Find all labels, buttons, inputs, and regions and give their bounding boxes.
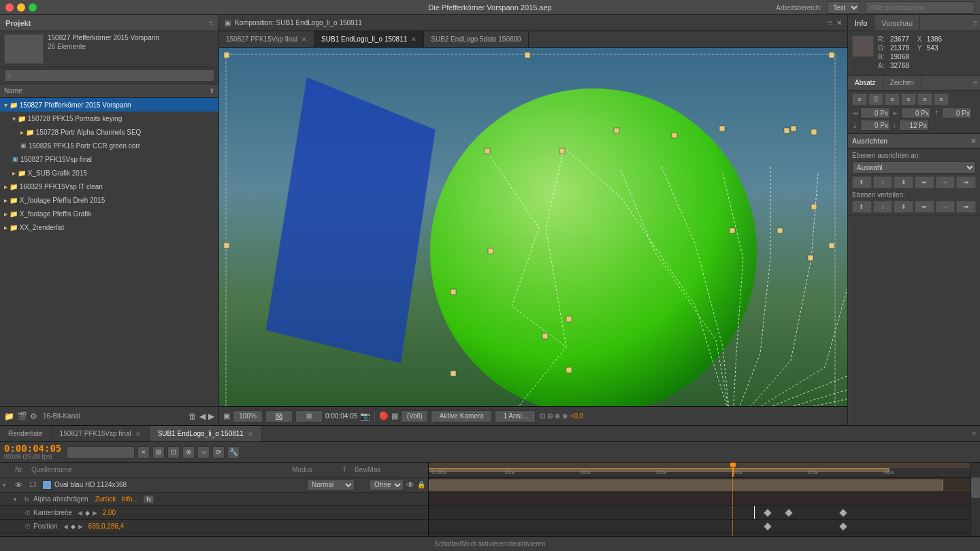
tree-item-it[interactable]: ▸ 📁 160329 PFK15Vsp IT clean bbox=[0, 180, 218, 193]
viewer-camera-icon[interactable]: 📷 bbox=[360, 412, 370, 421]
tab-absatz[interactable]: Absatz bbox=[848, 76, 883, 90]
tl-btn-6[interactable]: ⟳ bbox=[212, 446, 225, 458]
bottom-space-field[interactable] bbox=[860, 120, 890, 131]
align-bottom-btn[interactable]: ⬇ bbox=[894, 176, 913, 188]
align-right2-btn[interactable]: ➡ bbox=[956, 176, 976, 188]
tl-btn-1[interactable]: ≈ bbox=[137, 446, 150, 458]
timeline-track-area[interactable]: 0:00s 01s 02s 03s 04s 05s 06s bbox=[429, 463, 970, 536]
prop-nav-left[interactable]: ◀ bbox=[78, 510, 82, 516]
ausrichten-close[interactable]: ✕ bbox=[970, 137, 976, 145]
tab-pfk15vsp-close[interactable]: ✕ bbox=[135, 431, 141, 437]
layer-13-bewmas-select[interactable]: Ohne bbox=[370, 480, 404, 490]
tree-item-pfk15[interactable]: ▾ 📁 150728 PFK15 Portraits keying bbox=[0, 112, 218, 125]
comp-tab-close-pfk15vsp[interactable]: ✕ bbox=[301, 36, 307, 43]
align-left2-btn[interactable]: ⬅ bbox=[915, 176, 934, 188]
tl-btn-4[interactable]: ⊗ bbox=[182, 446, 195, 458]
tl-btn-2[interactable]: ⊞ bbox=[152, 446, 165, 458]
tree-item-ccr[interactable]: ▣ 150826 PFK15 Portr CCR green corr bbox=[0, 139, 218, 152]
camera-btn[interactable]: Aktive Kamera bbox=[431, 410, 492, 422]
tab-zeichen[interactable]: Zeichen bbox=[883, 76, 922, 90]
tab-sub1-close[interactable]: ✕ bbox=[248, 431, 253, 437]
layer-13-expand[interactable]: ▾ bbox=[3, 482, 11, 488]
tab-renderliste[interactable]: Renderliste bbox=[0, 426, 52, 441]
viewer-color-icon[interactable]: 🔴 bbox=[379, 412, 389, 420]
align-left-btn[interactable]: ≡ bbox=[852, 93, 867, 105]
new-folder-icon[interactable]: 📁 bbox=[4, 412, 14, 421]
distribute-bottom-btn[interactable]: ⬇ bbox=[894, 201, 913, 213]
tab-sub1-tl[interactable]: SUB1 EndLogo_li_o 150811 ✕ bbox=[150, 426, 262, 441]
fx-btn[interactable]: fx bbox=[144, 495, 154, 503]
project-header-icon[interactable]: ≡ bbox=[209, 19, 213, 27]
tl-btn-7[interactable]: 🔧 bbox=[227, 446, 240, 458]
minimize-button[interactable] bbox=[17, 3, 25, 12]
distribute-top-btn[interactable]: ⬆ bbox=[852, 201, 872, 213]
ausrichten-header[interactable]: Ausrichten ✕ bbox=[848, 134, 980, 149]
viewer-grid-btn[interactable]: ⊞ bbox=[295, 410, 323, 422]
info-panel-menu[interactable]: ≡ bbox=[973, 15, 980, 31]
align-justify-right-btn[interactable]: ≡ bbox=[934, 93, 949, 105]
top-space-field[interactable] bbox=[942, 107, 972, 118]
left-indent-field[interactable] bbox=[860, 107, 890, 118]
tab-info[interactable]: Info bbox=[848, 15, 875, 31]
prop-nav-right[interactable]: ▶ bbox=[93, 510, 97, 516]
tl-search-input[interactable] bbox=[67, 446, 135, 458]
distribute-h-btn[interactable]: ↔ bbox=[936, 201, 956, 213]
prop-stopwatch-icon[interactable]: ⏱ bbox=[24, 510, 31, 516]
layer-13-eye[interactable]: 👁 bbox=[14, 480, 23, 490]
project-settings-icon[interactable]: ⚙ bbox=[30, 412, 37, 421]
tree-item-pfk15vsp[interactable]: ▣ 150827 PFK15Vsp final bbox=[0, 152, 218, 166]
close-button[interactable] bbox=[5, 3, 14, 12]
prop-pos-nav-right[interactable]: ▶ bbox=[78, 523, 83, 530]
ausrichten-dropdown[interactable]: Auswahl bbox=[852, 161, 976, 173]
comp-header-close[interactable]: ✕ bbox=[836, 19, 842, 27]
distribute-right-btn[interactable]: ➡ bbox=[956, 201, 976, 213]
layer-13-row[interactable]: ▾ 👁 13 Oval blau HD 1124x368 Normal Ohne… bbox=[0, 478, 428, 492]
viewer-fit-btn[interactable]: ⊠ bbox=[265, 410, 293, 422]
tree-item-alpha[interactable]: ▸ 📁 150728 Portr Alpha Channels SEQ bbox=[0, 125, 218, 139]
viewer-icon1[interactable]: ▣ bbox=[223, 412, 230, 420]
layer-13-mode-select[interactable]: Normal bbox=[307, 480, 355, 490]
timeline-panel-menu[interactable]: ≡ bbox=[972, 426, 980, 441]
tree-item-render[interactable]: ▸ 📁 XX_2renderlist bbox=[0, 220, 218, 234]
new-comp-icon[interactable]: 🎬 bbox=[17, 412, 27, 421]
distribute-left-btn[interactable]: ⬅ bbox=[915, 201, 934, 213]
layer-13-switch1[interactable]: 👁 bbox=[406, 480, 414, 490]
zoom-btn[interactable]: 100% bbox=[233, 410, 263, 422]
zurück-btn[interactable]: Zurück bbox=[95, 495, 116, 503]
comp-tab-pfk15vsp[interactable]: 150827 PFK15Vsp final ✕ bbox=[219, 31, 314, 47]
tree-item-xfoot-dreh[interactable]: ▸ 📁 X_footage Pfeffis Dreh 2015 bbox=[0, 193, 218, 207]
effect-expand[interactable]: ▾ bbox=[14, 496, 22, 503]
layer-13-bar[interactable] bbox=[429, 480, 943, 490]
arrow-right-icon[interactable]: ▶ bbox=[208, 412, 214, 421]
prop-pos-nav-left[interactable]: ◀ bbox=[63, 523, 68, 530]
align-v-center-btn[interactable]: ↕ bbox=[873, 176, 893, 188]
delete-icon[interactable]: 🗑 bbox=[189, 412, 197, 421]
composition-viewer[interactable] bbox=[219, 48, 847, 406]
tree-item-xsub[interactable]: ▸ 📁 X_SUB Grafik 2015 bbox=[0, 166, 218, 180]
view-btn[interactable]: 1 Ansi... bbox=[495, 410, 536, 422]
right-indent-field[interactable] bbox=[901, 107, 931, 118]
align-justify-all-btn[interactable]: ≡ bbox=[917, 93, 932, 105]
comp-tab-sub1[interactable]: SUB1 EndLogo_li_o 150811 ✕ bbox=[314, 31, 424, 47]
prop-position-stopwatch[interactable]: ⏱ bbox=[24, 523, 31, 530]
align-top-btn[interactable]: ⬆ bbox=[852, 176, 872, 188]
align-center-btn[interactable]: ☰ bbox=[868, 93, 883, 105]
workspace-select[interactable]: Text bbox=[827, 1, 860, 14]
project-search-input[interactable] bbox=[4, 69, 214, 82]
tree-item-root[interactable]: ▾ 📁 150827 Pfefferkörner 2015 Vorspann bbox=[0, 98, 218, 112]
layer-13-switch2[interactable]: 🔒 bbox=[417, 481, 425, 488]
maximize-button[interactable] bbox=[29, 3, 37, 12]
align-right-btn[interactable]: ≡ bbox=[885, 93, 900, 105]
viewer-checkerboard-icon[interactable]: ▦ bbox=[391, 412, 398, 420]
comp-tab-close-sub1[interactable]: ✕ bbox=[411, 36, 416, 43]
arrow-icon[interactable]: ◀ bbox=[199, 412, 206, 421]
prop-add-kf[interactable]: ◆ bbox=[85, 510, 90, 516]
kf-position-1[interactable] bbox=[764, 522, 771, 530]
playhead-indicator[interactable] bbox=[732, 463, 734, 477]
tab-pfk15vsp-tl[interactable]: 150827 PFK15Vsp final ✕ bbox=[52, 426, 150, 441]
layer-13-track[interactable] bbox=[429, 478, 970, 492]
quality-btn[interactable]: (Voll) bbox=[401, 410, 428, 422]
kf-position-2[interactable] bbox=[839, 522, 847, 530]
align-justify-btn[interactable]: ≡ bbox=[901, 93, 916, 105]
comp-header-menu[interactable]: ≡ bbox=[828, 19, 832, 27]
